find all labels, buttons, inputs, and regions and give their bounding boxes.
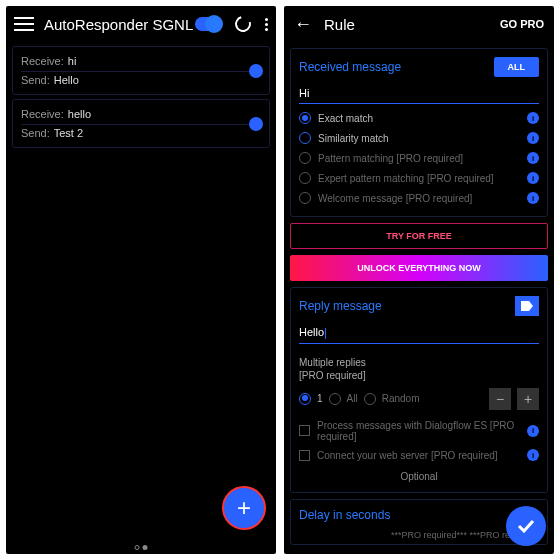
- rules-list-screen: AutoResponder SGNL Receive:hi Send:Hello…: [6, 6, 276, 554]
- unlock-button[interactable]: UNLOCK EVERYTHING NOW: [290, 255, 548, 281]
- back-icon[interactable]: ←: [294, 14, 312, 35]
- welcome-radio[interactable]: [299, 192, 311, 204]
- card-title: Delay in seconds: [299, 508, 539, 522]
- refresh-icon[interactable]: [232, 13, 254, 35]
- received-message-card: Received message ALL Hi Exact matchi Sim…: [290, 48, 548, 217]
- receive-label: Receive:: [21, 55, 64, 67]
- webserver-checkbox[interactable]: [299, 450, 310, 461]
- page-indicator: [135, 545, 148, 550]
- radio-label: Exact match: [318, 113, 373, 124]
- minus-button[interactable]: −: [489, 388, 511, 410]
- rule-item[interactable]: Receive:hi Send:Hello: [12, 46, 270, 95]
- overflow-menu-icon[interactable]: [265, 18, 268, 31]
- dialogflow-checkbox[interactable]: [299, 425, 310, 436]
- tag-button[interactable]: [515, 296, 539, 316]
- go-pro-button[interactable]: GO PRO: [500, 18, 544, 30]
- menu-icon[interactable]: [14, 17, 34, 31]
- rule-edit-screen: ← Rule GO PRO Received message ALL Hi Ex…: [284, 6, 554, 554]
- expert-pattern-radio[interactable]: [299, 172, 311, 184]
- try-free-button[interactable]: TRY FOR FREE: [290, 223, 548, 249]
- received-input[interactable]: Hi: [299, 83, 539, 104]
- receive-value: hi: [68, 55, 77, 67]
- info-icon[interactable]: i: [527, 192, 539, 204]
- multi-replies-label: Multiple replies[PRO required]: [299, 356, 539, 382]
- similarity-match-radio[interactable]: [299, 132, 311, 144]
- random-radio[interactable]: [364, 393, 376, 405]
- save-button[interactable]: [506, 506, 546, 546]
- checkbox-label: Connect your web server [PRO required]: [317, 450, 498, 461]
- send-label: Send:: [21, 74, 50, 86]
- info-icon[interactable]: i: [527, 112, 539, 124]
- card-title: Reply message: [299, 299, 382, 313]
- info-icon[interactable]: i: [527, 132, 539, 144]
- add-rule-button[interactable]: +: [222, 486, 266, 530]
- master-toggle[interactable]: [195, 17, 221, 31]
- plus-button[interactable]: +: [517, 388, 539, 410]
- screen-title: Rule: [324, 16, 500, 33]
- topbar: AutoResponder SGNL: [6, 6, 276, 42]
- radio-label: Pattern matching [PRO required]: [318, 153, 463, 164]
- info-icon[interactable]: i: [527, 449, 539, 461]
- radio-label: Welcome message [PRO required]: [318, 193, 472, 204]
- receive-value: hello: [68, 108, 91, 120]
- pro-required-text: ***PRO required*** ***PRO required: [299, 530, 539, 540]
- rule-active-dot: [249, 64, 263, 78]
- rule-active-dot: [249, 117, 263, 131]
- all-button[interactable]: ALL: [494, 57, 540, 77]
- topbar: ← Rule GO PRO: [284, 6, 554, 42]
- radio-label: Expert pattern matching [PRO required]: [318, 173, 494, 184]
- send-value: Hello: [54, 74, 79, 86]
- app-title: AutoResponder SGNL: [44, 16, 195, 33]
- one-radio[interactable]: [299, 393, 311, 405]
- info-icon[interactable]: i: [527, 425, 539, 437]
- rule-item[interactable]: Receive:hello Send:Test 2: [12, 99, 270, 148]
- card-title: Received message: [299, 60, 401, 74]
- all-radio[interactable]: [329, 393, 341, 405]
- reply-input[interactable]: Hello: [299, 322, 539, 344]
- receive-label: Receive:: [21, 108, 64, 120]
- exact-match-radio[interactable]: [299, 112, 311, 124]
- send-label: Send:: [21, 127, 50, 139]
- pattern-match-radio[interactable]: [299, 152, 311, 164]
- optional-label: Optional: [299, 465, 539, 484]
- reply-message-card: Reply message Hello Multiple replies[PRO…: [290, 287, 548, 493]
- checkbox-label: Process messages with Dialogflow ES [PRO…: [317, 420, 539, 442]
- info-icon[interactable]: i: [527, 172, 539, 184]
- send-value: Test 2: [54, 127, 83, 139]
- radio-label: Similarity match: [318, 133, 389, 144]
- info-icon[interactable]: i: [527, 152, 539, 164]
